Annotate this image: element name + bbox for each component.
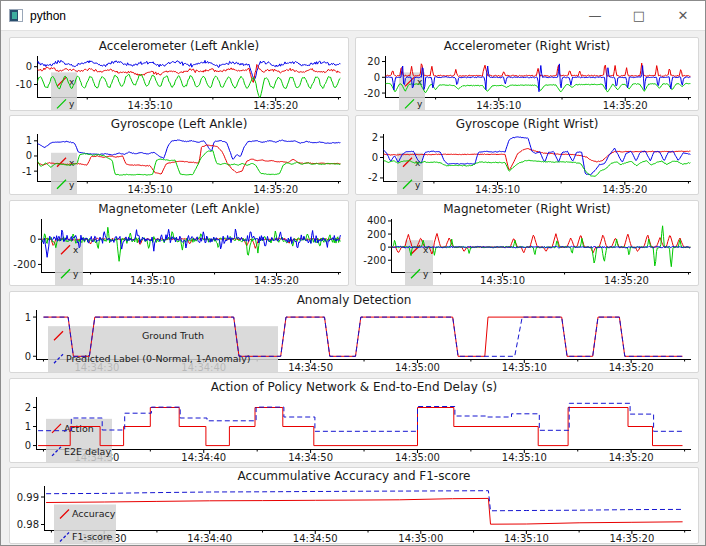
panel-action-policy-network: Action of Policy Network & End-to-End De… (9, 378, 699, 463)
chart-title: Anomaly Detection (10, 292, 698, 307)
svg-text:x: x (417, 77, 423, 87)
svg-text:-10: -10 (16, 79, 32, 90)
svg-text:14:34:50: 14:34:50 (293, 533, 338, 543)
chart-title: Gyroscope (Left Ankle) (10, 116, 348, 131)
svg-text:-20: -20 (364, 88, 380, 99)
svg-text:0: 0 (380, 242, 386, 253)
svg-text:Ground Truth: Ground Truth (142, 330, 204, 341)
svg-text:y: y (69, 99, 75, 109)
chart-title: Accummulative Accuracy and F1-score (10, 468, 698, 483)
magnetometer-right-wrist-chart: 14:35:1014:35:204002000-200xy (356, 216, 698, 285)
svg-text:Accuracy: Accuracy (72, 508, 116, 519)
svg-text:14:35:10: 14:35:10 (476, 100, 521, 110)
svg-text:0: 0 (25, 440, 31, 451)
svg-text:14:35:10: 14:35:10 (502, 362, 547, 372)
svg-text:14:35:10: 14:35:10 (504, 533, 549, 543)
svg-text:-2: -2 (368, 172, 378, 183)
chart-title: Action of Policy Network & End-to-End De… (10, 379, 698, 394)
panel-gyroscope-right-wrist: Gyroscope (Right Wrist) 14:35:1014:35:20… (355, 115, 699, 195)
svg-text:0: 0 (372, 152, 378, 163)
window-controls: — □ ✕ (573, 1, 705, 30)
svg-text:0.98: 0.98 (17, 519, 39, 530)
svg-text:x: x (73, 245, 79, 255)
svg-text:14:35:00: 14:35:00 (395, 362, 440, 372)
chart-title: Gyroscope (Right Wrist) (356, 116, 698, 131)
accuracy-f1-chart: 14:34:3014:34:4014:34:5014:35:0014:35:10… (10, 483, 698, 543)
gyroscope-left-ankle-chart: 14:35:1014:35:2010-1xy (10, 131, 348, 194)
anomaly-detection-chart: 14:34:3014:34:4014:34:5014:35:0014:35:10… (10, 307, 698, 372)
svg-text:E2E delay: E2E delay (64, 446, 111, 457)
svg-text:14:35:20: 14:35:20 (609, 362, 654, 372)
panel-accuracy-f1: Accummulative Accuracy and F1-score 14:3… (9, 467, 699, 544)
svg-text:1: 1 (25, 421, 31, 432)
svg-text:14:35:20: 14:35:20 (604, 275, 649, 285)
svg-text:0: 0 (30, 234, 36, 245)
svg-text:14:34:50: 14:34:50 (288, 362, 333, 372)
svg-text:0: 0 (374, 72, 380, 83)
svg-text:1: 1 (26, 135, 32, 146)
svg-text:14:34:40: 14:34:40 (181, 452, 226, 462)
svg-text:x: x (69, 158, 75, 168)
svg-text:14:35:10: 14:35:10 (475, 184, 520, 194)
panel-anomaly-detection: Anomaly Detection 14:34:3014:34:4014:34:… (9, 291, 699, 373)
svg-text:14:35:10: 14:35:10 (128, 184, 173, 194)
svg-text:14:35:10: 14:35:10 (130, 275, 175, 285)
chart-title: Magnetometer (Left Ankle) (10, 201, 348, 216)
svg-text:14:35:20: 14:35:20 (609, 452, 654, 462)
svg-text:14:35:10: 14:35:10 (128, 100, 173, 110)
svg-text:-200: -200 (363, 255, 386, 266)
svg-text:14:35:20: 14:35:20 (253, 100, 298, 110)
svg-text:-1: -1 (22, 166, 32, 177)
accelerometer-right-wrist-chart: 14:35:1014:35:20200-20xy (356, 53, 698, 110)
svg-text:Predicted Label (0-Normal, 1-A: Predicted Label (0-Normal, 1-Anomaly) (66, 353, 251, 364)
app-window: python — □ ✕ Accelerometer (Left Ankle) … (0, 0, 706, 546)
panel-accelerometer-right-wrist: Accelerometer (Right Wrist) 14:35:1014:3… (355, 37, 699, 111)
svg-text:14:35:10: 14:35:10 (502, 452, 547, 462)
svg-text:2: 2 (25, 402, 31, 413)
svg-text:1: 1 (25, 312, 31, 323)
svg-text:14:35:00: 14:35:00 (395, 452, 440, 462)
svg-text:14:35:20: 14:35:20 (603, 100, 648, 110)
panel-magnetometer-left-ankle: Magnetometer (Left Ankle) 14:35:1014:35:… (9, 200, 349, 286)
chart-title: Accelerometer (Left Ankle) (10, 38, 348, 53)
svg-text:2: 2 (372, 132, 378, 143)
svg-text:-200: -200 (13, 259, 36, 270)
window-title: python (30, 9, 66, 23)
svg-text:14:35:20: 14:35:20 (602, 184, 647, 194)
gyroscope-right-wrist-chart: 14:35:1014:35:2020-2xy (356, 131, 698, 194)
maximize-button[interactable]: □ (617, 1, 661, 30)
svg-text:14:35:10: 14:35:10 (480, 275, 525, 285)
svg-text:0: 0 (26, 61, 32, 72)
svg-text:14:34:40: 14:34:40 (187, 533, 232, 543)
panel-gyroscope-left-ankle: Gyroscope (Left Ankle) 14:35:1014:35:201… (9, 115, 349, 195)
action-e2e-delay-chart: 14:34:3014:34:4014:34:5014:35:0014:35:10… (10, 394, 698, 462)
svg-text:0: 0 (26, 150, 32, 161)
minimize-button[interactable]: — (573, 1, 617, 30)
svg-text:14:35:00: 14:35:00 (398, 533, 443, 543)
svg-text:14:35:20: 14:35:20 (609, 533, 654, 543)
svg-text:F1-score: F1-score (72, 531, 113, 542)
chart-title: Magnetometer (Right Wrist) (356, 201, 698, 216)
svg-text:0.99: 0.99 (17, 492, 39, 503)
panel-magnetometer-right-wrist: Magnetometer (Right Wrist) 14:35:1014:35… (355, 200, 699, 286)
svg-text:y: y (415, 180, 421, 190)
svg-text:y: y (73, 269, 79, 279)
close-button[interactable]: ✕ (661, 1, 705, 30)
svg-text:y: y (417, 99, 423, 109)
panel-accelerometer-left-ankle: Accelerometer (Left Ankle) 14:35:1014:35… (9, 37, 349, 111)
magnetometer-left-ankle-chart: 14:35:1014:35:200-200xy (10, 216, 348, 285)
app-icon (9, 9, 23, 22)
svg-text:400: 400 (367, 216, 386, 226)
svg-text:y: y (69, 180, 75, 190)
svg-text:Action: Action (64, 423, 94, 434)
chart-title: Accelerometer (Right Wrist) (356, 38, 698, 53)
svg-text:14:35:20: 14:35:20 (254, 275, 299, 285)
title-bar: python — □ ✕ (1, 1, 705, 31)
svg-text:200: 200 (367, 229, 386, 240)
svg-text:14:35:20: 14:35:20 (253, 184, 298, 194)
svg-text:20: 20 (367, 56, 380, 67)
svg-text:14:34:50: 14:34:50 (288, 452, 333, 462)
svg-text:0: 0 (25, 351, 31, 362)
accelerometer-left-ankle-chart: 14:35:1014:35:200-10xy (10, 53, 348, 110)
svg-text:y: y (423, 269, 429, 279)
